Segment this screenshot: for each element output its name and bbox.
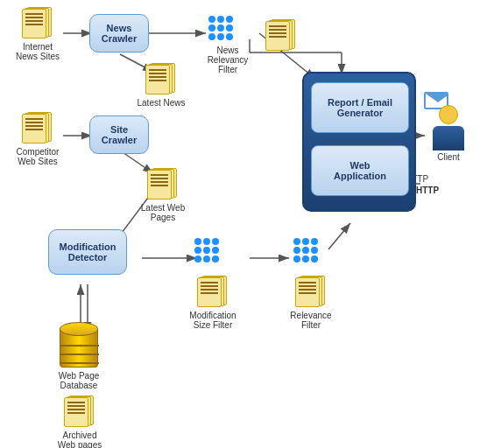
news-relevancy-filter-label: NewsRelevancyFilter	[193, 46, 263, 74]
modification-dots	[194, 238, 219, 262]
http-label: HTTP	[410, 186, 445, 195]
news-crawler-box: NewsCrawler	[89, 14, 149, 52]
latest-web-pages: Latest WebPages	[134, 168, 192, 222]
web-application-box: WebApplication	[311, 145, 409, 196]
archived-web-pages-label: ArchivedWeb pages	[48, 430, 111, 448]
relevance-dots	[293, 238, 318, 262]
latest-news: Latest News	[134, 63, 188, 108]
mod-size-filter: ModificationSize Filter	[180, 276, 246, 330]
modification-detector-label: ModificationDetector	[60, 242, 116, 262]
web-page-database-label: Web PageDatabase	[46, 371, 112, 390]
site-crawler-label: SiteCrawler	[102, 124, 137, 145]
svg-line-11	[328, 223, 350, 249]
client: Client	[429, 105, 468, 162]
news-relevancy-dots	[208, 16, 233, 40]
person-body	[433, 126, 464, 150]
person-head	[439, 105, 458, 124]
report-email-generator-box: Report / EmailGenerator	[311, 82, 409, 133]
web-page-database: Web PageDatabase	[46, 322, 112, 390]
archived-web-pages: ArchivedWeb pages	[48, 396, 111, 448]
client-label: Client	[429, 152, 468, 162]
competitor-web-sites: CompetitorWeb Sites	[7, 112, 68, 166]
diagram: HTTP InternetNews Sites NewsCrawler Late…	[0, 0, 494, 448]
latest-web-pages-label: Latest WebPages	[134, 203, 192, 222]
right-panel-container: Report / EmailGenerator WebApplication	[302, 72, 416, 212]
internet-news-sites-label: InternetNews Sites	[7, 42, 68, 61]
mod-size-filter-label: ModificationSize Filter	[180, 311, 246, 330]
site-crawler-box: SiteCrawler	[89, 116, 149, 154]
modification-detector-box: ModificationDetector	[48, 229, 127, 275]
news-crawler-label: NewsCrawler	[102, 23, 137, 44]
competitor-web-sites-label: CompetitorWeb Sites	[7, 147, 68, 166]
web-application-label: WebApplication	[334, 160, 386, 181]
report-email-generator-label: Report / EmailGenerator	[328, 97, 392, 118]
relevance-filter: RelevanceFilter	[282, 276, 340, 330]
latest-news-label: Latest News	[134, 98, 188, 108]
relevance-filter-label: RelevanceFilter	[282, 311, 340, 330]
internet-news-sites: InternetNews Sites	[7, 7, 68, 61]
news-relevancy-output-docs	[265, 19, 297, 52]
